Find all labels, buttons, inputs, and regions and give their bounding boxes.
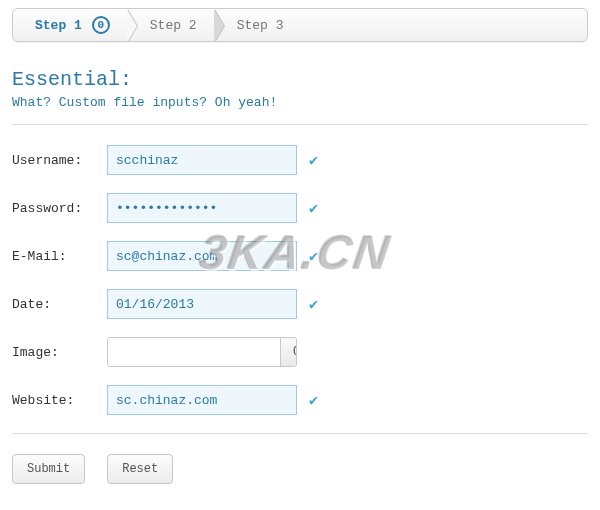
open-button[interactable]: Open (280, 338, 297, 366)
step-3-label: Step 3 (237, 18, 284, 33)
check-icon: ✔ (309, 391, 318, 410)
step-1-label: Step 1 (35, 18, 82, 33)
email-input[interactable] (107, 241, 297, 271)
file-picker: Open (107, 337, 297, 367)
reset-button[interactable]: Reset (107, 454, 173, 484)
date-input[interactable] (107, 289, 297, 319)
website-input[interactable] (107, 385, 297, 415)
step-wizard: Step 1 0 Step 2 Step 3 (12, 8, 588, 42)
label-website: Website: (12, 393, 107, 408)
step-1[interactable]: Step 1 0 (13, 9, 128, 41)
row-password: Password: ✔ (12, 193, 588, 223)
divider-top (12, 124, 588, 125)
label-image: Image: (12, 345, 107, 360)
check-icon: ✔ (309, 151, 318, 170)
step-1-badge: 0 (92, 16, 110, 34)
check-icon: ✔ (309, 247, 318, 266)
row-image: Image: Open (12, 337, 588, 367)
submit-button[interactable]: Submit (12, 454, 85, 484)
label-username: Username: (12, 153, 107, 168)
form-actions: Submit Reset (12, 454, 588, 484)
label-date: Date: (12, 297, 107, 312)
password-input[interactable] (107, 193, 297, 223)
image-input[interactable] (108, 338, 280, 366)
label-email: E-Mail: (12, 249, 107, 264)
row-website: Website: ✔ (12, 385, 588, 415)
label-password: Password: (12, 201, 107, 216)
divider-bottom (12, 433, 588, 434)
row-date: Date: ✔ (12, 289, 588, 319)
section-heading: Essential: (12, 68, 588, 91)
row-username: Username: ✔ (12, 145, 588, 175)
step-2-label: Step 2 (150, 18, 197, 33)
row-email: E-Mail: ✔ (12, 241, 588, 271)
step-3[interactable]: Step 3 (215, 9, 302, 41)
check-icon: ✔ (309, 199, 318, 218)
check-icon: ✔ (309, 295, 318, 314)
username-input[interactable] (107, 145, 297, 175)
section-subtitle: What? Custom file inputs? Oh yeah! (12, 95, 588, 110)
step-2[interactable]: Step 2 (128, 9, 215, 41)
